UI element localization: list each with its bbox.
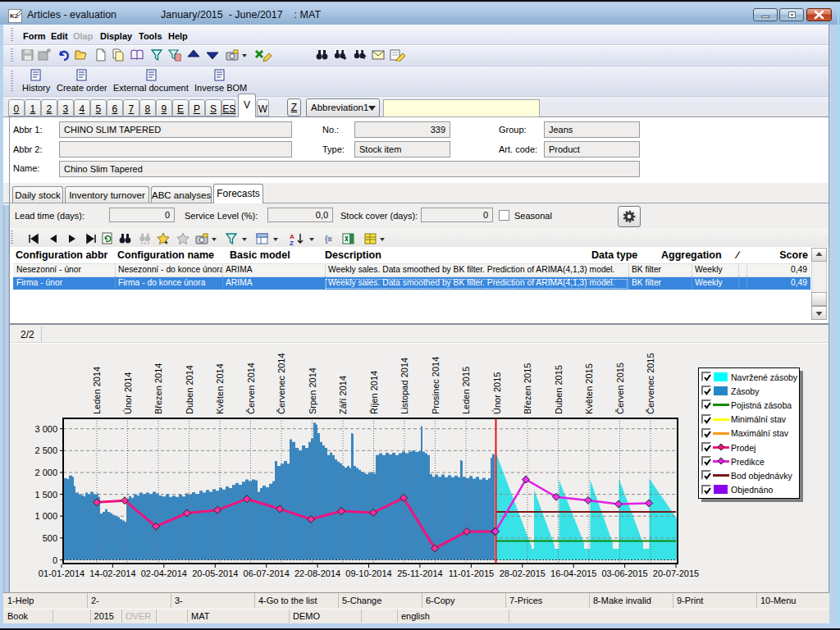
svg-text:11-01-2015: 11-01-2015 xyxy=(449,568,494,578)
svg-text:Březen 2014: Březen 2014 xyxy=(153,363,163,414)
svg-text:Červen 2015: Červen 2015 xyxy=(615,363,625,414)
svg-text:{≡: {≡ xyxy=(325,235,332,244)
svg-text:02-04-2014: 02-04-2014 xyxy=(141,568,187,578)
svg-text:28-02-2015: 28-02-2015 xyxy=(500,568,546,578)
svg-text:Únor 2015: Únor 2015 xyxy=(492,372,502,414)
svg-text:1 500: 1 500 xyxy=(34,490,57,500)
svg-text:20-07-2015: 20-07-2015 xyxy=(653,568,699,578)
svg-text:14-02-2014: 14-02-2014 xyxy=(89,568,135,578)
svg-text:3 000: 3 000 xyxy=(34,424,57,434)
svg-text:22-08-2014: 22-08-2014 xyxy=(294,568,340,578)
svg-text:Srpen 2014: Srpen 2014 xyxy=(308,368,317,414)
svg-text:25-11-2014: 25-11-2014 xyxy=(397,568,442,578)
svg-text:Prosinec 2014: Prosinec 2014 xyxy=(431,357,441,414)
svg-text:Říjen 2014: Říjen 2014 xyxy=(369,371,379,414)
svg-text:Březen 2015: Březen 2015 xyxy=(523,363,532,414)
svg-text:Červenec 2014: Červenec 2014 xyxy=(276,353,286,414)
svg-text:+: + xyxy=(164,239,168,245)
svg-text:06-07-2014: 06-07-2014 xyxy=(244,568,290,578)
svg-text:2 000: 2 000 xyxy=(34,468,57,477)
svg-text:1 000: 1 000 xyxy=(34,511,57,521)
svg-text:0: 0 xyxy=(52,555,57,565)
svg-text:Duben 2014: Duben 2014 xyxy=(185,365,194,414)
svg-text:Leden 2014: Leden 2014 xyxy=(92,367,102,414)
svg-text:03-06-2015: 03-06-2015 xyxy=(601,568,647,578)
svg-text:01-01-2014: 01-01-2014 xyxy=(39,568,84,578)
svg-text:Duben 2015: Duben 2015 xyxy=(554,365,564,414)
svg-text:Listopad 2014: Listopad 2014 xyxy=(399,358,409,414)
svg-text:Květen 2014: Květen 2014 xyxy=(215,363,225,414)
svg-text:Září 2014: Září 2014 xyxy=(338,376,348,414)
svg-text:Červenec 2015: Červenec 2015 xyxy=(646,353,655,414)
svg-text:20-05-2014: 20-05-2014 xyxy=(192,568,238,578)
svg-text:Z: Z xyxy=(290,240,294,245)
svg-text:09-10-2014: 09-10-2014 xyxy=(345,568,391,578)
svg-text:500: 500 xyxy=(43,533,57,543)
svg-text:Květen 2015: Květen 2015 xyxy=(584,363,594,414)
svg-text:Leden 2015: Leden 2015 xyxy=(461,367,471,414)
svg-text:Únor 2014: Únor 2014 xyxy=(123,372,133,414)
svg-text:Červen 2014: Červen 2014 xyxy=(246,363,256,414)
svg-text:16-04-2015: 16-04-2015 xyxy=(550,568,596,578)
svg-text:2 500: 2 500 xyxy=(34,445,57,455)
